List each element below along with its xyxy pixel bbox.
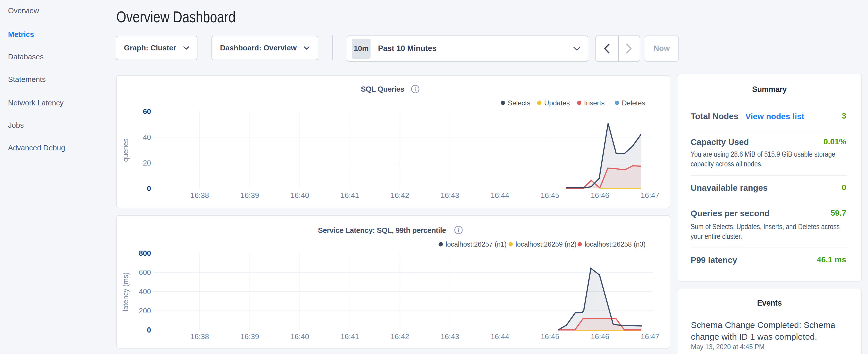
svg-text:16:44: 16:44 (491, 191, 509, 200)
svg-text:16:39: 16:39 (241, 191, 259, 200)
svg-text:800: 800 (139, 249, 151, 257)
svg-text:20: 20 (143, 159, 151, 167)
svg-text:600: 600 (139, 268, 151, 277)
svg-text:16:42: 16:42 (391, 191, 409, 200)
svg-text:latency (ms): latency (ms) (122, 272, 129, 311)
svg-text:16:47: 16:47 (641, 191, 659, 200)
svg-text:16:38: 16:38 (190, 332, 209, 341)
svg-text:16:42: 16:42 (391, 332, 409, 341)
svg-text:16:41: 16:41 (340, 332, 359, 341)
svg-text:queries: queries (122, 138, 129, 162)
svg-text:400: 400 (139, 288, 151, 296)
svg-text:16:47: 16:47 (641, 332, 659, 341)
svg-text:16:41: 16:41 (340, 191, 359, 200)
svg-text:localhost:26257 (n1): localhost:26257 (n1) (445, 240, 507, 248)
svg-text:60: 60 (143, 107, 151, 116)
svg-text:200: 200 (139, 307, 151, 315)
svg-text:0: 0 (147, 326, 151, 334)
svg-text:40: 40 (143, 133, 151, 141)
svg-text:16:45: 16:45 (541, 332, 559, 341)
svg-text:16:39: 16:39 (241, 332, 259, 341)
svg-text:localhost:26259 (n2): localhost:26259 (n2) (516, 240, 577, 248)
svg-text:16:43: 16:43 (440, 332, 459, 341)
svg-text:16:40: 16:40 (290, 332, 309, 341)
svg-text:16:46: 16:46 (591, 191, 609, 200)
svg-text:Updates: Updates (544, 99, 570, 107)
svg-text:16:44: 16:44 (491, 332, 509, 341)
svg-text:16:38: 16:38 (190, 191, 209, 200)
svg-text:16:45: 16:45 (541, 191, 559, 200)
svg-text:localhost:26258 (n3): localhost:26258 (n3) (585, 240, 646, 248)
svg-text:16:40: 16:40 (290, 191, 309, 200)
svg-text:16:46: 16:46 (591, 332, 609, 341)
svg-text:SQL Queries: SQL Queries (361, 85, 404, 93)
svg-text:Service Latency: SQL, 99th per: Service Latency: SQL, 99th percentile (318, 226, 446, 234)
svg-text:Selects: Selects (508, 99, 530, 107)
svg-text:0: 0 (147, 185, 151, 192)
svg-text:Deletes: Deletes (622, 99, 645, 107)
svg-text:Inserts: Inserts (584, 99, 604, 107)
svg-text:16:43: 16:43 (440, 191, 459, 200)
